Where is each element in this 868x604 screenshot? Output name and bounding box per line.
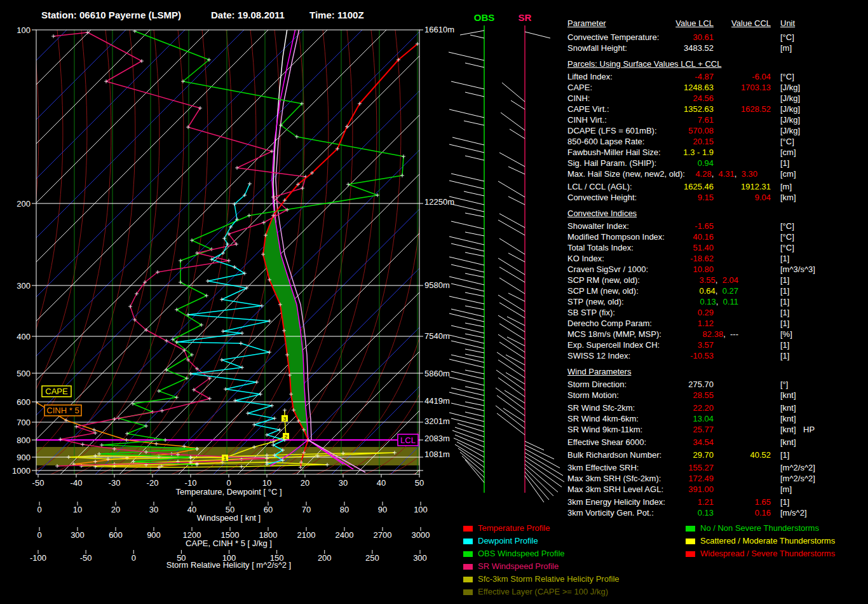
param-label: 3km Effective SRH: bbox=[567, 462, 639, 473]
header-unit: Unit bbox=[780, 18, 795, 29]
param-label: MCS 18m/s (MMP, MSP): bbox=[567, 329, 661, 340]
legend-swatch bbox=[463, 564, 473, 570]
table-row: SCP LM (new, old):0.64, 0.27[1] bbox=[0, 285, 868, 296]
table-row: LCL / CCL (AGL):1625.461912.31[m] bbox=[0, 181, 868, 192]
param-value: 155.27 bbox=[688, 462, 714, 473]
param-label: 3km Vorticity Gen. Pot.: bbox=[567, 507, 654, 518]
param-value: 7.61 bbox=[698, 114, 714, 125]
table-row: SR Wind 9km-11km:25.77[knt]HP bbox=[0, 424, 868, 435]
param-value: -18.62 bbox=[690, 253, 714, 264]
param-value: 20.15 bbox=[693, 136, 714, 147]
param-value: 4.28, 4.31, 3.30 bbox=[695, 168, 757, 179]
table-row: Showalter Index:-1.65[°C] bbox=[0, 221, 868, 231]
param-unit: [cm] bbox=[780, 147, 796, 158]
param-value: -6.04 bbox=[752, 71, 771, 82]
param-value: 1912.31 bbox=[741, 181, 771, 192]
param-unit: [1] bbox=[780, 350, 789, 361]
param-value: 30.61 bbox=[693, 32, 714, 43]
param-unit: [knt] bbox=[780, 390, 796, 401]
legend-swatch bbox=[686, 551, 695, 557]
parameter-table: ParameterValue LCLValue CCLUnitConvectiv… bbox=[0, 0, 868, 604]
sounding-analysis-window: { "title": { "station": "Station: 06610 … bbox=[0, 0, 868, 604]
param-label: Convective Temperature: bbox=[567, 32, 659, 43]
param-unit: [knt] bbox=[780, 424, 796, 435]
table-header-row: ParameterValue LCLValue CCLUnit bbox=[0, 18, 868, 29]
param-value: 9.15 bbox=[698, 192, 714, 203]
param-value: -4.87 bbox=[695, 71, 714, 82]
table-row: Max 3km SRH Level AGL:391.00[m] bbox=[0, 484, 868, 495]
param-label: Max. Hail Size (new, new2, old): bbox=[567, 168, 685, 179]
legend-swatch bbox=[463, 577, 473, 582]
param-value: 1352.63 bbox=[684, 104, 714, 114]
param-value: 1.12 bbox=[698, 318, 714, 329]
table-row: Modified Thompson Index:40.16[°C] bbox=[0, 231, 868, 242]
table-row: MCS 18m/s (MMP, MSP):82.38, ---[%] bbox=[0, 329, 868, 340]
table-row: KO Index:-18.62[1] bbox=[0, 253, 868, 264]
param-value: 22.20 bbox=[693, 402, 714, 413]
param-suffix: HP bbox=[803, 424, 815, 435]
param-label: CINH: bbox=[567, 93, 590, 104]
param-value: 9.04 bbox=[755, 192, 771, 203]
param-value: 10.80 bbox=[693, 264, 714, 275]
table-row: Craven SigSvr / 1000:10.80[m^3/s^3] bbox=[0, 264, 868, 275]
section-header: Parcels: Using Surface Values LCL + CCL bbox=[567, 58, 721, 69]
param-unit: [m^2/s^2] bbox=[780, 462, 815, 473]
param-unit: [1] bbox=[780, 158, 789, 168]
param-value: 1.21 bbox=[698, 497, 714, 507]
param-value: 40.52 bbox=[750, 450, 771, 460]
legend-swatch bbox=[463, 551, 473, 557]
param-label: SCP RM (new, old): bbox=[567, 275, 640, 285]
param-unit: [m/s^2] bbox=[780, 507, 807, 518]
param-unit: [1] bbox=[780, 318, 789, 329]
param-label: Fawbush-Miller Hail Size: bbox=[567, 147, 661, 158]
table-row: Parcels: Using Surface Values LCL + CCL bbox=[0, 58, 868, 69]
param-unit: [1] bbox=[780, 497, 789, 507]
param-label: Craven SigSvr / 1000: bbox=[567, 264, 648, 275]
table-row: 3km Energy Helicity Index:1.211.65[1] bbox=[0, 497, 868, 507]
table-row: Lifted Index:-4.87-6.04[°C] bbox=[0, 71, 868, 82]
param-label: CAPE Virt.: bbox=[567, 104, 609, 114]
param-label: 3km Energy Helicity Index: bbox=[567, 497, 665, 507]
table-row: Wind Parameters bbox=[0, 366, 868, 377]
param-label: Storm Direction: bbox=[567, 379, 627, 390]
param-label: Lifted Index: bbox=[567, 71, 613, 82]
legend-label: Scattered / Moderate Thunderstorms bbox=[700, 535, 835, 547]
param-unit: [°C] bbox=[780, 71, 794, 82]
param-unit: [°C] bbox=[780, 221, 794, 231]
param-value: 1.65 bbox=[755, 497, 771, 507]
param-unit: [1] bbox=[780, 285, 789, 296]
param-unit: [km] bbox=[780, 192, 796, 203]
table-row: CINH:24.56[J/kg] bbox=[0, 93, 868, 104]
legend-label: Temperature Profile bbox=[478, 522, 550, 535]
table-row: 850-600 Lapse Rate:20.15[°C] bbox=[0, 136, 868, 147]
param-unit: [J/kg] bbox=[780, 82, 800, 93]
legend-swatch bbox=[463, 526, 473, 532]
param-unit: [°] bbox=[780, 379, 788, 390]
param-value: 570.08 bbox=[688, 125, 714, 136]
param-unit: [knt] bbox=[780, 402, 796, 413]
table-row: SCP RM (new, old):3.55, 2.04[1] bbox=[0, 275, 868, 285]
param-value: 82.38, --- bbox=[703, 329, 738, 340]
param-value: 40.16 bbox=[693, 231, 714, 242]
param-value: 1703.13 bbox=[741, 82, 771, 93]
param-value: 0.64, 0.27 bbox=[700, 285, 738, 296]
param-value: 0.13, 0.11 bbox=[700, 296, 739, 307]
header-parameter: Parameter bbox=[567, 18, 606, 29]
legend-label: SR Windspeed Profile bbox=[478, 560, 559, 573]
table-row: SB STP (fix):0.29[1] bbox=[0, 307, 868, 318]
param-unit: [1] bbox=[780, 275, 789, 285]
param-value: 51.40 bbox=[693, 242, 714, 253]
param-label: LCL / CCL (AGL): bbox=[567, 181, 632, 192]
param-label: Max 3km SRH Level AGL: bbox=[567, 484, 663, 495]
param-label: DCAPE (LFS = 601mB): bbox=[567, 125, 657, 136]
table-row: Storm Direction:275.70[°] bbox=[0, 379, 868, 390]
param-label: Sig. Hail Param. (SHIP): bbox=[567, 158, 656, 168]
legend-label: Sfc-3km Storm Relative Helicity Profile bbox=[478, 573, 620, 586]
param-label: SB STP (fix): bbox=[567, 307, 615, 318]
table-row: 3km Vorticity Gen. Pot.:0.130.16[m/s^2] bbox=[0, 507, 868, 518]
param-value: 3.55, 2.04 bbox=[700, 275, 738, 285]
param-label: Modified Thompson Index: bbox=[567, 231, 665, 242]
param-label: CINH Virt.: bbox=[567, 114, 607, 125]
param-unit: [knt] bbox=[780, 413, 796, 424]
param-unit: [°C] bbox=[780, 136, 794, 147]
